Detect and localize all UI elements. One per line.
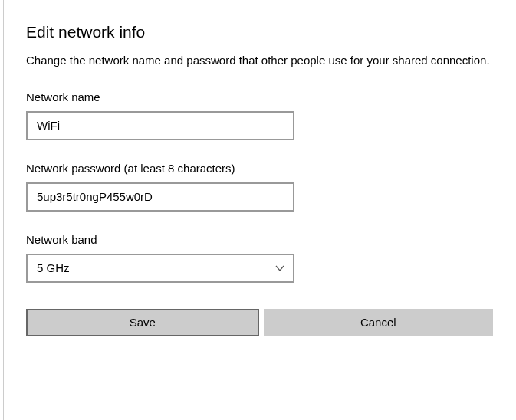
button-row: Save Cancel — [26, 309, 493, 336]
network-password-input[interactable] — [26, 182, 294, 212]
network-name-group: Network name — [26, 90, 493, 140]
network-band-value: 5 GHz — [37, 261, 70, 274]
network-password-label: Network password (at least 8 characters) — [26, 162, 493, 175]
network-password-group: Network password (at least 8 characters) — [26, 162, 493, 212]
dialog-description: Change the network name and password tha… — [26, 52, 493, 69]
network-band-label: Network band — [26, 233, 493, 246]
network-name-label: Network name — [26, 90, 493, 103]
save-button[interactable]: Save — [26, 309, 259, 336]
network-band-select[interactable]: 5 GHz — [26, 254, 294, 283]
network-band-group: Network band 5 GHz — [26, 233, 493, 283]
dialog-title: Edit network info — [26, 23, 493, 41]
network-band-select-wrapper: 5 GHz — [26, 254, 294, 283]
network-name-input[interactable] — [26, 111, 294, 140]
cancel-button[interactable]: Cancel — [264, 309, 494, 336]
